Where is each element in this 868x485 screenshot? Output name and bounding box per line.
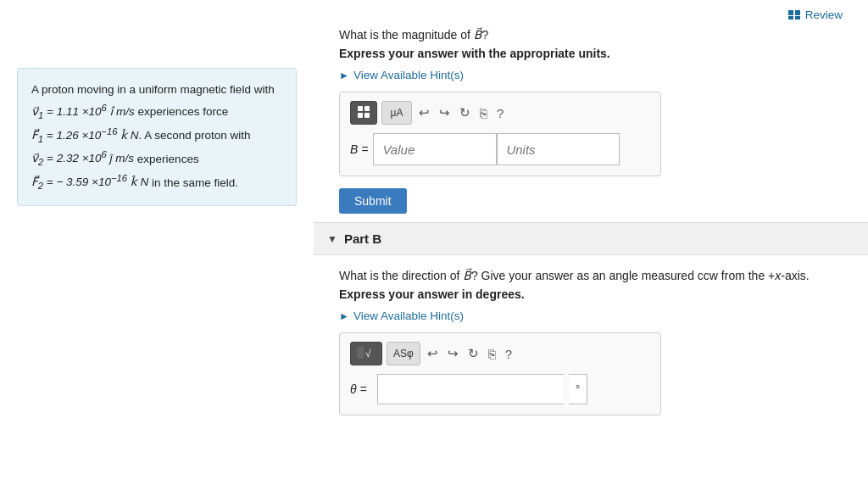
matrix-icon: [357, 105, 370, 121]
context-box: A proton moving in a uniform magnetic fi…: [17, 68, 297, 206]
part-b-refresh-icon: ↻: [468, 346, 479, 361]
svg-rect-4: [358, 106, 363, 111]
part-b-help-icon: ?: [505, 347, 512, 361]
svg-rect-3: [795, 16, 800, 20]
submit-button[interactable]: Submit: [339, 188, 407, 214]
part-b-content: What is the direction of B⃗? Give your a…: [339, 269, 843, 427]
part-b-input-label: θ =: [350, 382, 367, 396]
part-a-input-label: B =: [350, 142, 368, 156]
review-icon: [788, 10, 802, 20]
refresh-icon: ↻: [459, 105, 470, 120]
part-b-input-row: θ = °: [350, 374, 650, 404]
part-b-undo-icon: ↩: [427, 346, 438, 361]
part-a-hint-link[interactable]: ► View Available Hint(s): [339, 69, 843, 81]
part-b-matrix-sqrt-button[interactable]: √: [350, 342, 382, 365]
greek-button[interactable]: ASφ: [387, 342, 420, 365]
matrix-button[interactable]: [350, 101, 377, 125]
part-b-toolbar: √ ASφ ↩ ↪ ↻: [350, 342, 650, 365]
svg-rect-5: [364, 106, 370, 111]
part-b-redo-icon: ↪: [448, 346, 459, 361]
review-link[interactable]: Review: [788, 8, 843, 21]
part-b-hint-arrow-icon: ►: [339, 310, 349, 322]
part-b-keyboard-button[interactable]: ⎘: [486, 342, 498, 365]
part-b-undo-button[interactable]: ↩: [425, 342, 441, 365]
redo-icon: ↪: [439, 105, 450, 120]
svg-rect-0: [788, 10, 793, 15]
matrix-sqrt-icon: √: [357, 346, 376, 362]
undo-button[interactable]: ↩: [416, 101, 432, 125]
part-b-redo-button[interactable]: ↪: [445, 342, 461, 365]
context-F2: F⃗2 = − 3.59 ×10−16 k̂ N: [31, 176, 148, 188]
part-b-header: ▼ Part B: [314, 222, 868, 255]
part-a-answer-container: μA ↩ ↪ ↻ ⎘ ?: [339, 92, 661, 176]
part-b-keyboard-icon: ⎘: [488, 347, 496, 361]
value-input[interactable]: [373, 133, 496, 165]
svg-rect-2: [788, 16, 793, 20]
svg-rect-8: [357, 347, 364, 359]
refresh-button[interactable]: ↻: [457, 101, 473, 125]
mu-button[interactable]: μA: [381, 101, 412, 125]
degree-input[interactable]: [377, 374, 564, 404]
part-a-hint-label: View Available Hint(s): [353, 69, 464, 81]
undo-icon: ↩: [419, 105, 430, 120]
part-b-instruction: Express your answer in degrees.: [339, 287, 843, 301]
part-a-input-row: B =: [350, 133, 650, 165]
context-text: A proton moving in a uniform magnetic fi…: [31, 83, 275, 188]
help-icon: ?: [497, 106, 504, 120]
keyboard-icon: ⎘: [480, 106, 487, 120]
part-a-question: What is the magnitude of B⃗?: [339, 28, 843, 42]
context-v1: v⃗1 = 1.11 ×106 ı̂ m/s: [31, 105, 135, 118]
svg-rect-6: [358, 113, 363, 118]
right-panel: Review What is the magnitude of B⃗? Expr…: [314, 0, 868, 485]
degree-symbol: °: [569, 374, 588, 404]
part-b-question: What is the direction of B⃗? Give your a…: [339, 269, 843, 282]
svg-rect-1: [795, 10, 800, 15]
greek-label: ASφ: [393, 348, 414, 360]
part-b-hint-link[interactable]: ► View Available Hint(s): [339, 309, 843, 322]
context-F1: F⃗1 = 1.26 ×10−16 k̂ N: [31, 129, 139, 142]
svg-text:√: √: [365, 348, 371, 360]
svg-rect-7: [364, 113, 370, 118]
part-a-section: What is the magnitude of B⃗? Express you…: [339, 28, 843, 214]
review-label: Review: [805, 8, 843, 21]
part-b-collapse-icon[interactable]: ▼: [327, 233, 337, 245]
part-a-instruction: Express your answer with the appropriate…: [339, 47, 843, 60]
part-b-help-button[interactable]: ?: [503, 342, 515, 365]
help-button[interactable]: ?: [494, 101, 506, 125]
part-b-answer-container: √ ASφ ↩ ↪ ↻: [339, 332, 661, 415]
units-input[interactable]: [497, 133, 620, 165]
part-a-toolbar: μA ↩ ↪ ↻ ⎘ ?: [350, 101, 650, 125]
part-b-label: Part B: [344, 231, 381, 246]
left-panel: A proton moving in a uniform magnetic fi…: [0, 0, 314, 485]
keyboard-button[interactable]: ⎘: [477, 101, 490, 125]
part-b-refresh-button[interactable]: ↻: [465, 342, 481, 365]
redo-button[interactable]: ↪: [437, 101, 453, 125]
mu-label: μA: [391, 107, 403, 119]
part-b-hint-label: View Available Hint(s): [353, 309, 464, 322]
hint-arrow-icon: ►: [339, 70, 349, 81]
context-v2: v⃗2 = 2.32 ×106 ĵ m/s: [31, 152, 134, 164]
